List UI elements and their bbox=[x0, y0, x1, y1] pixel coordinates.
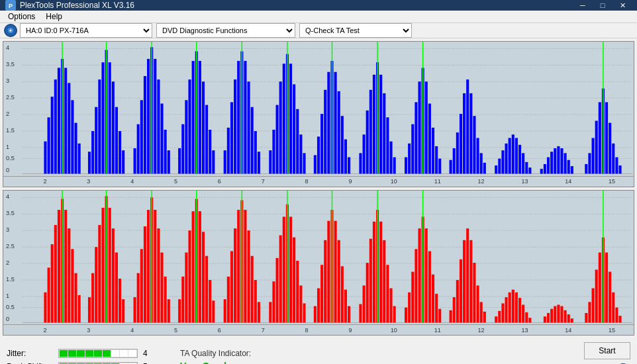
svg-rect-30 bbox=[64, 68, 67, 173]
svg-rect-311 bbox=[477, 285, 479, 322]
test-dropdown[interactable]: Q-Check TA Test bbox=[299, 23, 412, 38]
svg-rect-157 bbox=[550, 152, 553, 173]
svg-rect-209 bbox=[95, 247, 97, 322]
start-button[interactable]: Start bbox=[584, 342, 630, 359]
jitter-seg-1 bbox=[60, 350, 68, 357]
svg-rect-114 bbox=[379, 75, 382, 174]
svg-rect-334 bbox=[585, 313, 587, 323]
maximize-button[interactable]: □ bbox=[593, 0, 612, 11]
svg-rect-75 bbox=[234, 79, 236, 173]
svg-rect-217 bbox=[122, 299, 124, 322]
svg-rect-128 bbox=[432, 128, 434, 174]
function-dropdown[interactable]: DVD Diagnostic Functions bbox=[156, 23, 295, 38]
svg-rect-287 bbox=[386, 265, 389, 322]
svg-rect-122 bbox=[411, 124, 414, 174]
svg-rect-56 bbox=[160, 104, 163, 174]
svg-rect-221 bbox=[140, 249, 143, 322]
svg-rect-92 bbox=[296, 109, 299, 174]
svg-rect-232 bbox=[181, 276, 184, 322]
svg-rect-93 bbox=[299, 134, 302, 173]
svg-text:3.5: 3.5 bbox=[6, 61, 15, 68]
svg-rect-90 bbox=[289, 64, 292, 173]
quality-section: TA Quality Indicator: Very Good bbox=[180, 349, 251, 364]
svg-text:0.5: 0.5 bbox=[6, 155, 15, 161]
menu-help[interactable]: Help bbox=[40, 11, 68, 23]
drive-dropdown[interactable]: HA:0 ID:0 PX-716A bbox=[20, 23, 152, 38]
svg-rect-267 bbox=[314, 306, 317, 322]
svg-rect-84 bbox=[269, 150, 271, 173]
svg-rect-286 bbox=[383, 240, 385, 322]
svg-rect-243 bbox=[224, 299, 226, 322]
svg-rect-323 bbox=[525, 312, 528, 323]
svg-rect-197 bbox=[51, 244, 54, 322]
svg-rect-91 bbox=[293, 84, 295, 173]
title-bar: P PlexTools Professional XL V3.16 ─ □ ✕ bbox=[0, 0, 637, 11]
toolbar: HA:0 ID:0 PX-716A DVD Diagnostic Functio… bbox=[0, 23, 637, 38]
svg-rect-196 bbox=[48, 267, 50, 322]
svg-rect-244 bbox=[227, 276, 230, 322]
svg-rect-51 bbox=[144, 76, 146, 174]
svg-rect-338 bbox=[599, 252, 601, 322]
svg-rect-105 bbox=[344, 140, 347, 174]
svg-rect-327 bbox=[550, 308, 553, 322]
svg-rect-308 bbox=[466, 228, 469, 322]
svg-rect-134 bbox=[456, 132, 459, 173]
svg-rect-240 bbox=[209, 280, 211, 322]
svg-text:0.5: 0.5 bbox=[6, 303, 15, 310]
svg-rect-69 bbox=[209, 130, 211, 173]
svg-rect-343 bbox=[615, 307, 618, 322]
app-icon: P bbox=[5, 0, 16, 11]
jitter-label: Jitter: bbox=[7, 349, 53, 358]
svg-text:P: P bbox=[9, 3, 13, 9]
svg-rect-321 bbox=[518, 298, 521, 322]
menu-options[interactable]: Options bbox=[3, 11, 40, 23]
svg-rect-255 bbox=[269, 302, 271, 322]
svg-rect-98 bbox=[320, 114, 323, 173]
svg-rect-145 bbox=[501, 150, 504, 173]
svg-rect-249 bbox=[244, 210, 246, 322]
svg-text:3.5: 3.5 bbox=[6, 210, 15, 216]
svg-rect-60 bbox=[178, 148, 181, 173]
svg-rect-319 bbox=[512, 289, 514, 322]
svg-rect-208 bbox=[91, 273, 94, 322]
svg-rect-117 bbox=[389, 142, 392, 174]
svg-rect-130 bbox=[438, 159, 441, 174]
svg-text:2: 2 bbox=[6, 111, 9, 117]
svg-rect-167 bbox=[595, 120, 598, 173]
svg-rect-324 bbox=[528, 318, 531, 322]
svg-rect-269 bbox=[320, 265, 323, 322]
svg-rect-312 bbox=[480, 302, 483, 322]
svg-rect-78 bbox=[244, 61, 246, 173]
svg-rect-156 bbox=[547, 158, 550, 174]
svg-rect-148 bbox=[512, 134, 514, 173]
svg-rect-205 bbox=[78, 295, 81, 323]
close-button[interactable]: ✕ bbox=[613, 0, 632, 11]
svg-rect-141 bbox=[480, 153, 483, 173]
svg-rect-115 bbox=[383, 93, 385, 174]
svg-rect-25 bbox=[48, 117, 50, 173]
svg-rect-159 bbox=[557, 146, 560, 174]
svg-rect-227 bbox=[160, 252, 163, 322]
svg-text:0: 0 bbox=[6, 316, 9, 322]
svg-rect-264 bbox=[299, 285, 302, 322]
svg-text:2.5: 2.5 bbox=[6, 94, 15, 101]
svg-rect-170 bbox=[605, 102, 608, 173]
svg-rect-110 bbox=[366, 111, 369, 174]
minimize-button[interactable]: ─ bbox=[573, 0, 592, 11]
svg-rect-304 bbox=[453, 297, 456, 322]
svg-rect-328 bbox=[554, 306, 556, 322]
svg-rect-228 bbox=[164, 276, 167, 322]
svg-rect-317 bbox=[505, 297, 508, 322]
start-section: Start i bbox=[584, 342, 630, 364]
svg-rect-143 bbox=[495, 165, 497, 173]
svg-rect-223 bbox=[147, 210, 150, 322]
svg-rect-50 bbox=[140, 100, 143, 173]
jitter-meter bbox=[58, 349, 138, 358]
bottom-panel: Jitter: 4 Peak Shift: bbox=[0, 338, 637, 364]
drive-icon bbox=[4, 24, 17, 37]
svg-rect-27 bbox=[54, 79, 57, 173]
svg-rect-239 bbox=[205, 255, 208, 322]
svg-text:4: 4 bbox=[6, 193, 9, 200]
svg-text:1.5: 1.5 bbox=[6, 276, 15, 283]
svg-rect-316 bbox=[501, 303, 504, 322]
